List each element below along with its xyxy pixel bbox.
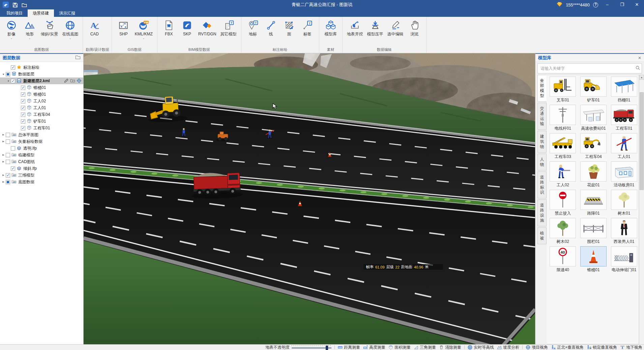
ribbon-button-online-basemap[interactable]: 在线底图⌄ bbox=[60, 18, 80, 40]
ribbon-button-browse-hand[interactable]: 浏览 bbox=[406, 18, 423, 40]
expander-open-icon[interactable]: ▼ bbox=[1, 73, 5, 75]
ribbon-button-oblique-drone[interactable]: 倾斜/实景 bbox=[39, 18, 60, 40]
chevron-down-icon[interactable]: ⌄ bbox=[10, 37, 13, 40]
ribbon-button-globe-imagery[interactable]: 影像⌄ bbox=[3, 18, 20, 40]
model-item-pole[interactable]: 电线杆01 bbox=[549, 105, 577, 131]
close-button[interactable]: ✕ bbox=[631, 0, 643, 9]
scrollbar-thumb[interactable] bbox=[640, 92, 644, 190]
model-category-tab-7[interactable]: 植被 bbox=[537, 227, 547, 244]
maximize-button[interactable]: ❐ bbox=[616, 0, 628, 9]
edit-layer-icon[interactable] bbox=[64, 78, 69, 84]
menu-tab-3[interactable]: 演示汇报 bbox=[54, 9, 80, 17]
model-item-worker2[interactable]: 工人02 bbox=[549, 161, 577, 188]
model-category-tab-6[interactable]: 道路设施 bbox=[537, 199, 547, 226]
expander-closed-icon[interactable]: ▶ bbox=[1, 133, 5, 136]
model-item-loader[interactable]: 铲车01 bbox=[580, 76, 608, 103]
layer-checkbox-checked[interactable] bbox=[11, 166, 15, 171]
minimize-button[interactable]: – bbox=[602, 0, 613, 9]
layer-checkbox-checked[interactable] bbox=[21, 119, 25, 124]
layer-checkbox-unchecked[interactable] bbox=[6, 153, 10, 157]
save-icon[interactable] bbox=[12, 2, 18, 8]
layer-checkbox-partial[interactable] bbox=[6, 72, 10, 76]
layer-panel-folder-icon[interactable] bbox=[75, 55, 81, 61]
menu-tab-1[interactable]: 我的项目 bbox=[1, 9, 28, 17]
statusbar-button-underground[interactable]: 地下视角 bbox=[620, 345, 642, 350]
layer-checkbox-checked[interactable] bbox=[21, 99, 25, 103]
layer-tree-row[interactable]: 锥桶01 bbox=[0, 84, 83, 91]
model-category-tab-1[interactable]: 全部模型 bbox=[537, 75, 547, 102]
scene-3d[interactable] bbox=[84, 53, 535, 344]
layer-checkbox-checked[interactable] bbox=[21, 86, 25, 90]
layer-tree-row[interactable]: ▶临建模型 bbox=[0, 152, 83, 158]
layer-tree-row[interactable]: 标注标绘 bbox=[0, 64, 83, 71]
layer-checkbox-checked[interactable] bbox=[21, 126, 25, 130]
expander-closed-icon[interactable]: ▶ bbox=[1, 181, 5, 183]
layer-tree-row[interactable]: 工人02 bbox=[0, 98, 83, 104]
layer-tree-row[interactable]: 锥桶01 bbox=[0, 91, 83, 98]
layer-checkbox-partial[interactable] bbox=[6, 180, 10, 184]
statusbar-button-north-vertical[interactable]: N正北+垂直视角 bbox=[551, 345, 584, 350]
ribbon-button-fbx[interactable]: FBX bbox=[160, 18, 178, 40]
model-item-barrier[interactable]: 路障01 bbox=[580, 190, 608, 216]
layer-tree-row[interactable]: 工人01 bbox=[0, 104, 83, 111]
chevron-down-icon[interactable]: ⌄ bbox=[28, 37, 31, 40]
model-item-fence[interactable]: 围栏01 bbox=[580, 218, 608, 244]
model-item-cone[interactable]: 锥桶01 bbox=[580, 246, 608, 273]
ribbon-button-rvt[interactable]: RVT/DGN bbox=[197, 18, 218, 40]
layer-tree-row[interactable]: ▶三维模型 bbox=[0, 172, 83, 179]
model-item-speed40[interactable]: 40限速40 bbox=[549, 246, 577, 273]
model-item-redtruck[interactable]: 工程车01 bbox=[610, 105, 638, 131]
model-item-gate[interactable]: 电动伸缩门01 bbox=[610, 246, 638, 273]
statusbar-button-measure-distance[interactable]: 距离测量 bbox=[338, 345, 360, 350]
layer-tree-row[interactable]: 工程车01 bbox=[0, 125, 83, 131]
statusbar-button-measure-height[interactable]: 高度测量 bbox=[363, 345, 385, 350]
model-scrollbar[interactable]: ▲ bbox=[639, 75, 644, 344]
ribbon-button-shp[interactable]: SHP bbox=[115, 18, 132, 40]
layer-tree-row[interactable]: ▶CAD图纸 bbox=[0, 158, 83, 165]
ribbon-button-terrain[interactable]: 地形⌄ bbox=[21, 18, 38, 40]
model-item-suitman[interactable]: 西装男人01 bbox=[610, 218, 638, 244]
expander-closed-icon[interactable]: ▶ bbox=[1, 174, 5, 177]
dump-truck-model[interactable] bbox=[191, 172, 243, 199]
statusbar-button-measure-triangle[interactable]: 三角测量 bbox=[414, 345, 436, 350]
locate-layer-icon[interactable] bbox=[77, 78, 82, 84]
ribbon-button-edit-select[interactable]: 选中编辑 bbox=[386, 18, 405, 40]
statusbar-button-measure-area[interactable]: 面积测量 bbox=[388, 345, 411, 350]
ribbon-button-skp[interactable]: SKP bbox=[178, 18, 196, 40]
statusbar-button-slope[interactable]: 坡度分析 bbox=[497, 345, 519, 350]
chevron-down-icon[interactable]: ⌄ bbox=[142, 37, 145, 40]
layer-checkbox-checked[interactable] bbox=[21, 106, 25, 110]
layer-tree-row[interactable]: 倾斜.lfp bbox=[0, 165, 83, 172]
layer-tree-row[interactable]: ▼新建图层2.kml bbox=[0, 77, 83, 84]
layer-tree-row[interactable]: ▶总体平面图 bbox=[0, 131, 83, 138]
ribbon-button-cad[interactable]: ACAD bbox=[86, 18, 103, 40]
model-category-tab-5[interactable]: 道路标识 bbox=[537, 171, 547, 198]
model-search-input[interactable] bbox=[538, 66, 634, 71]
statusbar-button-project-view[interactable]: 项目视角 bbox=[526, 345, 548, 350]
open-folder-icon[interactable] bbox=[21, 2, 27, 8]
model-item-cranetruck[interactable]: 工程车03 bbox=[549, 133, 577, 159]
ribbon-button-excavate[interactable]: 地表开挖 bbox=[345, 18, 365, 40]
layer-checkbox-unchecked[interactable] bbox=[6, 160, 10, 164]
model-item-cabin[interactable]: 活动板房01 bbox=[610, 161, 638, 188]
model-item-excavator[interactable]: 工程车04 bbox=[580, 133, 608, 159]
expander-closed-icon[interactable]: ▶ bbox=[1, 160, 5, 163]
layer-tree-row[interactable]: ▶底图数据 bbox=[0, 179, 83, 185]
model-item-plantpot[interactable]: 花盆01 bbox=[580, 161, 608, 188]
layer-tree-row[interactable]: ▼数据图层 bbox=[0, 71, 83, 77]
model-category-tab-4[interactable]: 人物 bbox=[537, 154, 547, 170]
model-item-noentry[interactable]: 禁止驶入 bbox=[549, 190, 577, 216]
layer-tree-row[interactable]: ▶矢量标绘数据 bbox=[0, 138, 83, 145]
layer-folder-icon[interactable] bbox=[70, 78, 76, 84]
menu-tab-2[interactable]: 场景搭建 bbox=[28, 9, 54, 17]
layer-tree-row[interactable]: 透明.lfp bbox=[0, 145, 83, 152]
model-item-forklift[interactable]: 叉车01 bbox=[549, 76, 577, 103]
model-item-tree2[interactable]: 树木02 bbox=[549, 218, 577, 244]
surface-opacity-slider[interactable] bbox=[292, 345, 331, 350]
ribbon-button-model-lib[interactable]: 模型库 bbox=[322, 18, 340, 40]
ribbon-button-tag[interactable]: T标签 bbox=[299, 18, 316, 40]
chevron-down-icon[interactable]: ⌄ bbox=[69, 37, 72, 40]
slider-handle[interactable] bbox=[326, 346, 328, 350]
account-label[interactable]: 155****4480 bbox=[566, 2, 590, 7]
statusbar-button-contour[interactable]: 实时等高线 bbox=[468, 345, 494, 350]
